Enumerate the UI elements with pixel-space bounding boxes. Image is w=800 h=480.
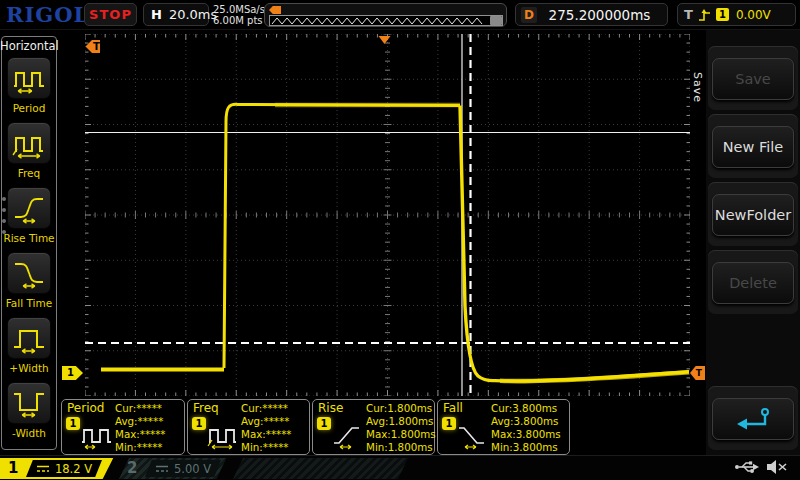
preview-zigzag (271, 16, 491, 25)
run-state-indicator: STOP (84, 3, 137, 26)
delay-value: 275.200000ms (537, 7, 662, 23)
gridlines (85, 34, 690, 396)
usb-icon (734, 459, 760, 475)
channel-status-bar: 1 18.2 V 2 5.00 V (0, 455, 800, 480)
dc-coupling-icon (155, 464, 169, 473)
period-icon[interactable] (7, 57, 51, 99)
new-folder-button[interactable]: NewFolder (712, 194, 794, 236)
pos-width-icon[interactable] (7, 317, 51, 359)
menu-tab-save: Save (691, 72, 704, 103)
dc-coupling-icon (36, 464, 50, 473)
window-handle[interactable] (490, 16, 502, 25)
trigger-memory-position-icon (269, 6, 281, 14)
measure-panel-period: Period 1 Cur:***** Avg:***** Max:***** M… (61, 399, 185, 455)
timebase-box[interactable]: H 20.0ms (143, 3, 209, 26)
trigger-source-badge: 1 (716, 8, 729, 21)
sample-rate: 25.0MSa/s (213, 4, 265, 15)
neg-width-icon[interactable] (7, 382, 51, 424)
save-button[interactable]: Save (712, 58, 794, 100)
channel1-scale: 18.2 V (26, 460, 102, 477)
freq-meas-icon (207, 420, 239, 450)
channel1-trace-fall (460, 106, 689, 382)
source-badge: 1 (66, 417, 80, 430)
menu-scroll-dot (2, 197, 6, 201)
trigger-time-offscreen-marker: T (86, 40, 101, 53)
rise-meas-icon (332, 420, 364, 450)
channel1-number: 1 (8, 459, 18, 477)
channel1-offset-marker[interactable]: 1 (62, 366, 83, 380)
channel1-trace-noise2 (500, 372, 689, 381)
channel1-status[interactable]: 1 18.2 V (0, 458, 118, 479)
rise-time-icon[interactable] (7, 187, 51, 229)
graticule-svg: T (85, 34, 690, 396)
new-file-button[interactable]: New File (712, 126, 794, 168)
svg-text:T: T (93, 41, 100, 52)
return-arrow-icon (733, 405, 773, 433)
trigger-level-value: 0.00V (736, 8, 771, 22)
channel-strip (233, 458, 408, 479)
speaker-muted-icon (766, 459, 788, 475)
oscilloscope-screen: RIGOL STOP H 20.0ms 25.0MSa/s 6.00M pts … (0, 0, 800, 480)
channel1-trace-high (224, 104, 460, 368)
freq-icon[interactable] (7, 122, 51, 164)
memory-waveform-preview[interactable] (264, 3, 507, 27)
memory-window (269, 15, 503, 26)
fall-meas-icon (457, 420, 489, 450)
memory-depth: 6.00M pts (213, 15, 265, 26)
source-badge: 1 (442, 417, 456, 430)
fall-time-icon[interactable] (7, 252, 51, 294)
source-badge: 1 (192, 417, 206, 430)
source-badge: 1 (317, 417, 331, 430)
delay-box[interactable]: D 275.200000ms (515, 3, 668, 26)
delete-button[interactable]: Delete (712, 262, 794, 304)
timebase-value: 20.0ms (169, 7, 217, 22)
acquisition-info: 25.0MSa/s 6.00M pts (213, 4, 265, 26)
menu-scroll-dot (2, 230, 6, 234)
waveform-display: T (85, 34, 690, 396)
trigger-box[interactable]: T 1 0.00V (677, 3, 796, 26)
menu-scroll-dot (2, 219, 6, 223)
rising-edge-icon (698, 8, 711, 22)
trigger-label: T (684, 7, 693, 22)
trigger-level-marker[interactable]: T (690, 366, 705, 380)
channel2-scale: 5.00 V (145, 460, 221, 477)
menu-scroll-dot (2, 208, 6, 212)
measure-panel-fall: Fall 1 Cur:3.800ms Avg:3.800ms Max:3.800… (437, 399, 570, 455)
rigol-logo: RIGOL (6, 2, 89, 27)
delay-label: D (521, 7, 537, 23)
back-button[interactable] (712, 398, 794, 440)
measure-panel-freq: Freq 1 Cur:***** Avg:***** Max:***** Min… (187, 399, 310, 455)
top-status-bar: RIGOL STOP H 20.0ms 25.0MSa/s 6.00M pts … (0, 0, 800, 30)
channel2-number: 2 (127, 459, 137, 477)
period-meas-icon (81, 420, 113, 450)
horizontal-label: H (151, 7, 162, 22)
channel2-status[interactable]: 2 5.00 V (119, 458, 231, 479)
measure-panel-rise: Rise 1 Cur:1.800ms Avg:1.800ms Max:1.800… (312, 399, 435, 455)
menu-title: Horizontal (0, 39, 58, 53)
